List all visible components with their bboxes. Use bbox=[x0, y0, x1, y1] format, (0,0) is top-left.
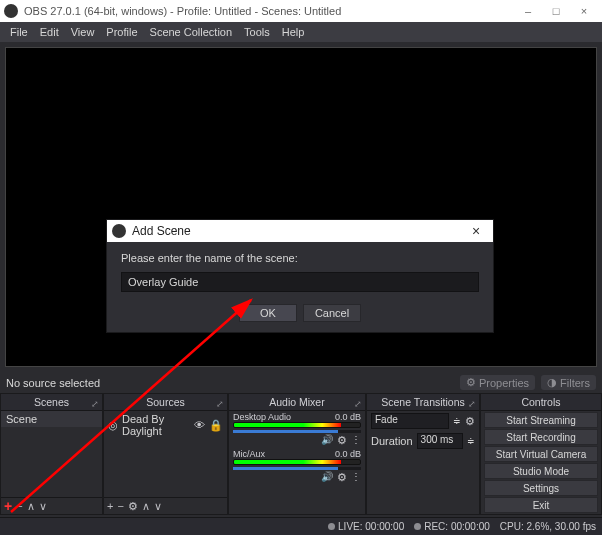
sources-dock: Sources⤢ ◎ Dead By Daylight 👁 🔒 + − ⚙ ∧ … bbox=[103, 393, 228, 515]
mixer-track-db: 0.0 dB bbox=[335, 449, 361, 459]
window-close-button[interactable]: × bbox=[570, 0, 598, 22]
transition-settings-icon[interactable]: ⚙ bbox=[465, 415, 475, 428]
menu-help[interactable]: Help bbox=[278, 24, 309, 40]
controls-title: Controls bbox=[521, 396, 560, 408]
live-status: LIVE: 00:00:00 bbox=[338, 521, 404, 532]
app-icon bbox=[4, 4, 18, 18]
stepper-icon[interactable]: ≑ bbox=[453, 416, 461, 426]
filters-button[interactable]: ◑Filters bbox=[541, 375, 596, 390]
window-title: OBS 27.0.1 (64-bit, windows) - Profile: … bbox=[24, 5, 341, 17]
duration-input[interactable]: 300 ms bbox=[417, 433, 463, 449]
transition-select[interactable]: Fade bbox=[371, 413, 449, 429]
mixer-track-name: Mic/Aux bbox=[233, 449, 265, 459]
source-item[interactable]: ◎ Dead By Daylight 👁 🔒 bbox=[104, 411, 227, 439]
add-source-button[interactable]: + bbox=[107, 500, 113, 512]
cancel-button[interactable]: Cancel bbox=[303, 304, 361, 322]
volume-slider[interactable] bbox=[233, 430, 361, 433]
remove-source-button[interactable]: − bbox=[117, 500, 123, 512]
exit-button[interactable]: Exit bbox=[484, 497, 598, 513]
dock-popout-icon[interactable]: ⤢ bbox=[468, 396, 476, 413]
scene-down-button[interactable]: ∨ bbox=[39, 500, 47, 513]
no-source-label: No source selected bbox=[6, 377, 100, 389]
duration-label: Duration bbox=[371, 435, 413, 447]
properties-button[interactable]: ⚙Properties bbox=[460, 375, 535, 390]
sources-title: Sources bbox=[146, 396, 185, 408]
filters-icon: ◑ bbox=[547, 376, 557, 389]
start-streaming-button[interactable]: Start Streaming bbox=[484, 412, 598, 428]
mixer-title: Audio Mixer bbox=[269, 396, 324, 408]
gear-icon: ⚙ bbox=[466, 376, 476, 389]
window-maximize-button[interactable]: □ bbox=[542, 0, 570, 22]
controls-dock: Controls Start Streaming Start Recording… bbox=[480, 393, 602, 515]
kebab-icon[interactable]: ⋮ bbox=[351, 471, 361, 484]
audio-meter bbox=[233, 422, 361, 428]
stepper-icon[interactable]: ≑ bbox=[467, 436, 475, 446]
visibility-icon[interactable]: 👁 bbox=[194, 419, 205, 431]
source-settings-button[interactable]: ⚙ bbox=[128, 500, 138, 513]
menu-file[interactable]: File bbox=[6, 24, 32, 40]
remove-scene-button[interactable]: − bbox=[16, 500, 22, 512]
settings-button[interactable]: Settings bbox=[484, 480, 598, 496]
mixer-track-db: 0.0 dB bbox=[335, 412, 361, 422]
transitions-title: Scene Transitions bbox=[381, 396, 464, 408]
window-minimize-button[interactable]: – bbox=[514, 0, 542, 22]
studio-mode-button[interactable]: Studio Mode bbox=[484, 463, 598, 479]
speaker-icon[interactable]: 🔊 bbox=[321, 471, 333, 484]
source-label: Dead By Daylight bbox=[122, 413, 190, 437]
window-titlebar: OBS 27.0.1 (64-bit, windows) - Profile: … bbox=[0, 0, 602, 22]
start-recording-button[interactable]: Start Recording bbox=[484, 429, 598, 445]
dock-popout-icon[interactable]: ⤢ bbox=[216, 396, 224, 413]
lock-icon[interactable]: 🔒 bbox=[209, 419, 223, 432]
menu-profile[interactable]: Profile bbox=[102, 24, 141, 40]
dock-popout-icon[interactable]: ⤢ bbox=[354, 396, 362, 413]
menu-scene-collection[interactable]: Scene Collection bbox=[146, 24, 237, 40]
track-settings-icon[interactable]: ⚙ bbox=[337, 471, 347, 484]
menu-tools[interactable]: Tools bbox=[240, 24, 274, 40]
rec-status: REC: 00:00:00 bbox=[424, 521, 490, 532]
scene-item[interactable]: Scene bbox=[1, 411, 102, 427]
dock-popout-icon[interactable]: ⤢ bbox=[91, 396, 99, 413]
live-status-dot bbox=[328, 523, 335, 530]
scenes-dock: Scenes⤢ Scene + − ∧ ∨ bbox=[0, 393, 103, 515]
dialog-title: Add Scene bbox=[132, 224, 191, 238]
add-scene-dialog: Add Scene × Please enter the name of the… bbox=[106, 219, 494, 333]
status-bar: LIVE: 00:00:00 REC: 00:00:00 CPU: 2.6%, … bbox=[0, 517, 602, 535]
dialog-close-button[interactable]: × bbox=[464, 223, 488, 239]
scenes-title: Scenes bbox=[34, 396, 69, 408]
volume-slider[interactable] bbox=[233, 467, 361, 470]
menu-view[interactable]: View bbox=[67, 24, 99, 40]
dialog-prompt: Please enter the name of the scene: bbox=[121, 252, 479, 264]
ok-button[interactable]: OK bbox=[239, 304, 297, 322]
start-virtual-camera-button[interactable]: Start Virtual Camera bbox=[484, 446, 598, 462]
mixer-track-name: Desktop Audio bbox=[233, 412, 291, 422]
kebab-icon[interactable]: ⋮ bbox=[351, 434, 361, 447]
scene-transitions-dock: Scene Transitions⤢ Fade ≑ ⚙ Duration 300… bbox=[366, 393, 480, 515]
audio-meter bbox=[233, 459, 361, 465]
add-scene-button[interactable]: + bbox=[4, 498, 12, 514]
source-type-icon: ◎ bbox=[108, 419, 118, 432]
source-up-button[interactable]: ∧ bbox=[142, 500, 150, 513]
cpu-status: CPU: 2.6%, 30.00 fps bbox=[500, 521, 596, 532]
menu-edit[interactable]: Edit bbox=[36, 24, 63, 40]
menubar: File Edit View Profile Scene Collection … bbox=[0, 22, 602, 42]
dialog-icon bbox=[112, 224, 126, 238]
speaker-icon[interactable]: 🔊 bbox=[321, 434, 333, 447]
scene-up-button[interactable]: ∧ bbox=[27, 500, 35, 513]
track-settings-icon[interactable]: ⚙ bbox=[337, 434, 347, 447]
scene-name-input[interactable] bbox=[121, 272, 479, 292]
audio-mixer-dock: Audio Mixer⤢ Desktop Audio 0.0 dB 🔊⚙⋮ Mi… bbox=[228, 393, 366, 515]
rec-status-dot bbox=[414, 523, 421, 530]
source-down-button[interactable]: ∨ bbox=[154, 500, 162, 513]
